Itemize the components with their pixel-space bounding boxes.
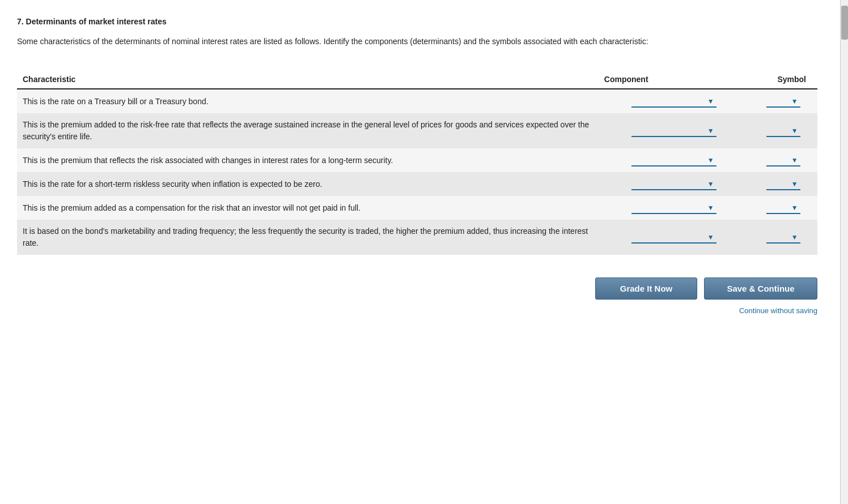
question-title: 7. Determinants of market interest rates xyxy=(17,17,817,26)
symbol-cell: r*IPIRPDRPLPr_RF xyxy=(749,148,817,172)
component-cell: Real risk-free rateInflation premiumInte… xyxy=(599,148,749,172)
table-header-row: Characteristic Component Symbol xyxy=(17,70,817,89)
symbol-dropdown-wrapper: r*IPIRPDRPLPr_RF xyxy=(766,202,800,214)
component-dropdown-wrapper: Real risk-free rateInflation premiumInte… xyxy=(631,154,716,166)
component-cell: Real risk-free rateInflation premiumInte… xyxy=(599,113,749,148)
table-row: This is the rate for a short-term riskle… xyxy=(17,172,817,196)
component-dropdown-wrapper: Real risk-free rateInflation premiumInte… xyxy=(631,125,716,137)
symbol-dropdown[interactable]: r*IPIRPDRPLPr_RF xyxy=(766,125,800,137)
symbol-dropdown-wrapper: r*IPIRPDRPLPr_RF xyxy=(766,125,800,137)
symbol-dropdown[interactable]: r*IPIRPDRPLPr_RF xyxy=(766,202,800,214)
symbol-dropdown[interactable]: r*IPIRPDRPLPr_RF xyxy=(766,178,800,190)
characteristic-cell: This is the premium that reflects the ri… xyxy=(17,148,599,172)
characteristic-cell: It is based on the bond's marketability … xyxy=(17,220,599,255)
component-dropdown[interactable]: Real risk-free rateInflation premiumInte… xyxy=(631,202,716,214)
component-cell: Real risk-free rateInflation premiumInte… xyxy=(599,220,749,255)
symbol-dropdown-wrapper: r*IPIRPDRPLPr_RF xyxy=(766,231,800,244)
symbol-cell: r*IPIRPDRPLPr_RF xyxy=(749,172,817,196)
scrollbar-thumb xyxy=(841,6,848,40)
component-dropdown-wrapper: Real risk-free rateInflation premiumInte… xyxy=(631,178,716,190)
table-row: This is the premium added to the risk-fr… xyxy=(17,113,817,148)
header-symbol: Symbol xyxy=(749,70,817,89)
component-dropdown[interactable]: Real risk-free rateInflation premiumInte… xyxy=(631,232,716,244)
characteristic-cell: This is the premium added as a compensat… xyxy=(17,196,599,220)
save-continue-button[interactable]: Save & Continue xyxy=(704,277,817,300)
characteristic-cell: This is the rate on a Treasury bill or a… xyxy=(17,89,599,113)
table-row: It is based on the bond's marketability … xyxy=(17,220,817,255)
table-row: This is the premium added as a compensat… xyxy=(17,196,817,220)
symbol-dropdown[interactable]: r*IPIRPDRPLPr_RF xyxy=(766,232,800,244)
symbol-dropdown-wrapper: r*IPIRPDRPLPr_RF xyxy=(766,178,800,190)
table-row: This is the rate on a Treasury bill or a… xyxy=(17,89,817,113)
data-table: Characteristic Component Symbol This is … xyxy=(17,70,817,255)
symbol-cell: r*IPIRPDRPLPr_RF xyxy=(749,113,817,148)
component-cell: Real risk-free rateInflation premiumInte… xyxy=(599,89,749,113)
component-cell: Real risk-free rateInflation premiumInte… xyxy=(599,196,749,220)
characteristic-cell: This is the premium added to the risk-fr… xyxy=(17,113,599,148)
component-dropdown-wrapper: Real risk-free rateInflation premiumInte… xyxy=(631,95,716,108)
component-dropdown[interactable]: Real risk-free rateInflation premiumInte… xyxy=(631,178,716,190)
component-dropdown-wrapper: Real risk-free rateInflation premiumInte… xyxy=(631,231,716,244)
header-characteristic: Characteristic xyxy=(17,70,599,89)
characteristic-cell: This is the rate for a short-term riskle… xyxy=(17,172,599,196)
header-component: Component xyxy=(599,70,749,89)
continue-without-saving-link[interactable]: Continue without saving xyxy=(739,306,817,315)
component-dropdown[interactable]: Real risk-free rateInflation premiumInte… xyxy=(631,125,716,137)
symbol-dropdown-wrapper: r*IPIRPDRPLPr_RF xyxy=(766,95,800,108)
buttons-area: Grade It Now Save & Continue Continue wi… xyxy=(17,277,817,315)
symbol-cell: r*IPIRPDRPLPr_RF xyxy=(749,196,817,220)
scrollbar[interactable] xyxy=(840,0,848,504)
symbol-cell: r*IPIRPDRPLPr_RF xyxy=(749,89,817,113)
symbol-dropdown[interactable]: r*IPIRPDRPLPr_RF xyxy=(766,155,800,166)
table-wrapper: Characteristic Component Symbol This is … xyxy=(17,70,817,255)
component-dropdown[interactable]: Real risk-free rateInflation premiumInte… xyxy=(631,155,716,166)
question-description: Some characteristics of the determinants… xyxy=(17,35,817,48)
symbol-dropdown-wrapper: r*IPIRPDRPLPr_RF xyxy=(766,154,800,166)
grade-it-now-button[interactable]: Grade It Now xyxy=(595,277,697,300)
component-cell: Real risk-free rateInflation premiumInte… xyxy=(599,172,749,196)
component-dropdown[interactable]: Real risk-free rateInflation premiumInte… xyxy=(631,96,716,108)
component-dropdown-wrapper: Real risk-free rateInflation premiumInte… xyxy=(631,202,716,214)
symbol-cell: r*IPIRPDRPLPr_RF xyxy=(749,220,817,255)
symbol-dropdown[interactable]: r*IPIRPDRPLPr_RF xyxy=(766,96,800,108)
table-row: This is the premium that reflects the ri… xyxy=(17,148,817,172)
buttons-row: Grade It Now Save & Continue xyxy=(595,277,817,300)
